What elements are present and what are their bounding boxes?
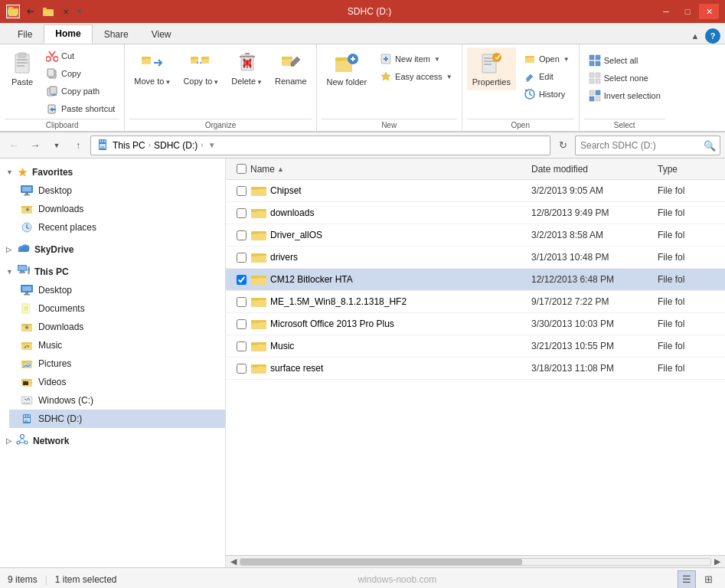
- row-checkbox-5[interactable]: [232, 297, 250, 307]
- paste-shortcut-button[interactable]: Paste shortcut: [41, 100, 119, 117]
- tab-home[interactable]: Home: [44, 24, 92, 44]
- row-checkbox-0[interactable]: [232, 186, 250, 196]
- row-checkbox-2[interactable]: [232, 230, 250, 240]
- breadcrumb-this-pc[interactable]: This PC: [113, 140, 145, 151]
- open-button[interactable]: Open ▼: [519, 51, 574, 67]
- sidebar-skydrive-header[interactable]: ▷ SkyDrive: [0, 240, 225, 259]
- table-row[interactable]: Chipset 3/2/2013 9:05 AM File fol: [226, 180, 725, 202]
- invert-selection-icon: [589, 90, 601, 102]
- quick-access-dropdown[interactable]: ▼: [76, 8, 83, 15]
- row-checkbox-7[interactable]: [232, 341, 250, 351]
- address-bar[interactable]: SD This PC › SDHC (D:) › ▼: [90, 136, 550, 155]
- sidebar-item-recent[interactable]: Recent places: [9, 218, 225, 237]
- row-checkbox-1[interactable]: [232, 208, 250, 218]
- tab-view[interactable]: View: [140, 25, 183, 44]
- sidebar-item-downloads-pc[interactable]: Downloads: [9, 318, 225, 336]
- sidebar-item-desktop-pc[interactable]: Desktop: [9, 281, 225, 299]
- table-row[interactable]: Microsoft Office 2013 Pro Plus 3/30/2013…: [226, 313, 725, 335]
- maximize-button[interactable]: □: [678, 4, 697, 19]
- sidebar-item-pictures[interactable]: Pictures: [9, 354, 225, 373]
- move-to-button[interactable]: Move to ▼: [129, 47, 175, 89]
- sidebar-network-header[interactable]: ▷ Network: [0, 431, 225, 450]
- row-check-1[interactable]: [237, 208, 247, 218]
- easy-access-button[interactable]: Easy access ▼: [375, 68, 457, 85]
- horizontal-scrollbar[interactable]: ◀ ▶: [226, 555, 725, 567]
- new-folder-button[interactable]: New folder: [322, 47, 373, 90]
- edit-button[interactable]: Edit: [519, 68, 574, 85]
- history-button[interactable]: History: [519, 86, 574, 103]
- row-check-3[interactable]: [237, 253, 247, 263]
- sidebar-item-windows-c[interactable]: Windows (C:): [9, 391, 225, 410]
- large-icons-view-button[interactable]: ⊞: [699, 570, 717, 589]
- minimize-button[interactable]: ─: [656, 4, 676, 19]
- refresh-button[interactable]: ↻: [554, 136, 572, 155]
- breadcrumb-sdhc[interactable]: SDHC (D:): [154, 140, 198, 151]
- recent-locations-button[interactable]: ▼: [47, 136, 66, 155]
- table-row[interactable]: Music 3/21/2013 10:55 PM File fol: [226, 335, 725, 358]
- col-header-type[interactable]: Type: [658, 164, 719, 175]
- sidebar-item-sdhc-d[interactable]: SD SDHC (D:): [9, 410, 225, 428]
- details-view-button[interactable]: ☰: [678, 570, 696, 589]
- row-check-7[interactable]: [237, 341, 247, 351]
- tab-file[interactable]: File: [6, 25, 44, 44]
- close-button[interactable]: ✕: [699, 4, 719, 19]
- copy-path-button[interactable]: Copy path: [41, 83, 119, 100]
- table-row[interactable]: surface reset 3/18/2013 11:08 PM File fo…: [226, 358, 725, 380]
- tab-share[interactable]: Share: [93, 25, 140, 44]
- new-item-button[interactable]: New item ▼: [375, 51, 457, 67]
- row-check-6[interactable]: [237, 319, 247, 329]
- sidebar-item-videos[interactable]: Videos: [9, 373, 225, 391]
- hscroll-right-btn[interactable]: ▶: [711, 557, 723, 567]
- row-checkbox-8[interactable]: [232, 364, 250, 374]
- row-check-5[interactable]: [237, 297, 247, 307]
- up-button[interactable]: ↑: [69, 136, 87, 155]
- delete-button[interactable]: Delete ▼: [227, 47, 267, 89]
- address-bar-expand[interactable]: ▼: [208, 141, 216, 149]
- row-checkbox-6[interactable]: [232, 319, 250, 329]
- cut-button[interactable]: Cut: [41, 47, 119, 64]
- paste-button[interactable]: Paste: [5, 47, 40, 90]
- svg-rect-124: [24, 403, 30, 403]
- row-checkbox-4[interactable]: [232, 275, 250, 285]
- ribbon-nav-up[interactable]: ▲: [688, 29, 702, 43]
- select-all-checkbox[interactable]: [237, 164, 247, 174]
- select-none-button[interactable]: Select none: [584, 70, 665, 87]
- col-header-name[interactable]: Name ▲: [250, 164, 531, 175]
- sidebar-favorites-header[interactable]: ▼ ★ Favorites: [0, 163, 225, 181]
- table-row[interactable]: Driver_allOS 3/2/2013 8:58 AM File fol: [226, 224, 725, 247]
- quick-access-undo[interactable]: ✕: [58, 5, 73, 18]
- sidebar-item-downloads-fav[interactable]: Downloads: [9, 200, 225, 218]
- quick-access-folder[interactable]: [41, 5, 56, 18]
- col-header-date[interactable]: Date modified: [531, 164, 658, 175]
- properties-button[interactable]: Properties: [467, 47, 516, 90]
- table-row[interactable]: ME_1.5M_Win8_8.1.2.1318_HF2 9/17/2012 7:…: [226, 291, 725, 313]
- sidebar-thispc-header[interactable]: ▼ This PC: [0, 262, 225, 281]
- sidebar-item-desktop-fav[interactable]: Desktop: [9, 181, 225, 200]
- back-button[interactable]: ←: [5, 136, 23, 155]
- copy-button[interactable]: Copy: [41, 65, 119, 82]
- quick-access-back[interactable]: [23, 5, 38, 18]
- row-check-0[interactable]: [237, 186, 247, 196]
- file-list[interactable]: Name ▲ Date modified Type Chipse: [226, 158, 725, 555]
- row-check-4[interactable]: [237, 275, 247, 285]
- help-button[interactable]: ?: [705, 28, 720, 44]
- table-row[interactable]: drivers 3/1/2013 10:48 PM File fol: [226, 247, 725, 269]
- forward-button[interactable]: →: [26, 136, 44, 155]
- search-input[interactable]: [575, 136, 720, 155]
- table-row[interactable]: downloads 12/8/2013 9:49 PM File fol: [226, 202, 725, 224]
- hscroll-track[interactable]: [240, 558, 711, 566]
- hscroll-thumb[interactable]: [240, 559, 522, 565]
- row-check-2[interactable]: [237, 230, 247, 240]
- rename-button[interactable]: Rename: [270, 47, 312, 89]
- select-all-button[interactable]: Select all: [584, 52, 665, 69]
- copy-to-button[interactable]: Copy to ▼: [178, 47, 224, 89]
- hscroll-left-btn[interactable]: ◀: [227, 557, 240, 567]
- sidebar-item-music[interactable]: Music: [9, 336, 225, 354]
- row-checkbox-3[interactable]: [232, 253, 250, 263]
- table-row[interactable]: CM12 Bitlocker HTA 12/12/2013 6:48 PM Fi…: [226, 269, 725, 291]
- svg-rect-82: [24, 194, 30, 196]
- sidebar-item-documents[interactable]: Documents: [9, 299, 225, 318]
- row-check-8[interactable]: [237, 364, 247, 374]
- invert-selection-button[interactable]: Invert selection: [584, 87, 665, 104]
- ribbon-organize-section: Move to ▼: [125, 44, 316, 131]
